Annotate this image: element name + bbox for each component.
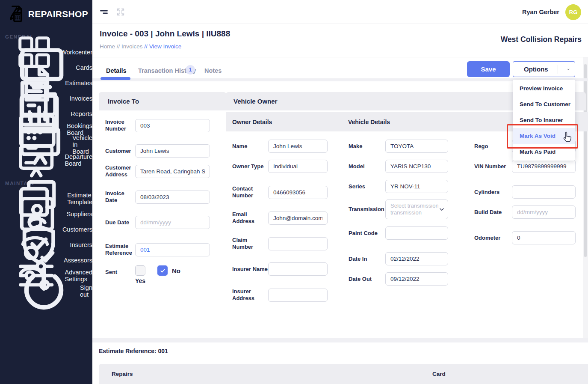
app-logo[interactable]: REPAIRSHOP: [0, 0, 92, 28]
options-button-divider: [558, 65, 558, 74]
owner-details-title: Owner Details: [232, 119, 272, 125]
email-address-input[interactable]: [268, 211, 328, 225]
sidebar-item-label: Estimates: [65, 80, 92, 86]
vehicle-details-title: Vehicle Details: [348, 119, 390, 125]
tab-details[interactable]: Details: [106, 67, 127, 74]
breadcrumb-home[interactable]: Home: [100, 43, 115, 50]
sidebar-item-departure-board[interactable]: Departure Board: [0, 152, 92, 168]
owner-details-header: Owner Details: [226, 112, 339, 131]
user-menu[interactable]: Ryan Gerber RG: [522, 0, 581, 24]
estimate-reference-input[interactable]: [135, 243, 210, 256]
model-input[interactable]: [385, 160, 448, 173]
sent-label: Sent: [105, 269, 117, 276]
chevron-down-icon: [562, 65, 570, 73]
build-date-input[interactable]: [512, 205, 576, 219]
sidebar-item-label: Invoices: [70, 95, 92, 102]
user-name: Ryan Gerber: [522, 9, 559, 15]
tab-notes[interactable]: Notes: [204, 67, 222, 74]
transmission-placeholder: transmission: [390, 209, 438, 216]
sidebar-item-label: Cards: [76, 64, 92, 71]
header-divider: [92, 57, 588, 57]
main-area: Ryan Gerber RG Invoice - 003 | John Lewi…: [92, 0, 588, 384]
menu-item-mark-as-void[interactable]: Mark As Void: [513, 128, 575, 144]
estimate-reference-label: Estimate Reference: [105, 243, 135, 256]
sidebar-item-label: Suppliers: [67, 211, 92, 217]
make-label: Make: [349, 143, 385, 150]
menu-item-preview-invoice[interactable]: Preview Invoice: [513, 80, 575, 96]
menu-item-send-to-customer[interactable]: Send To Customer: [513, 96, 575, 112]
sidebar-item-sign-out[interactable]: Sign out: [0, 283, 92, 299]
date-in-label: Date In: [349, 256, 385, 262]
transmission-select[interactable]: Select transmission transmission: [385, 199, 448, 219]
company-name: West Collision Repairs: [501, 35, 582, 44]
due-date-input[interactable]: [135, 216, 210, 229]
chevron-down-icon: [438, 206, 445, 213]
name-label: Name: [232, 143, 268, 150]
section-gap: [92, 338, 588, 342]
transmission-placeholder: Select transmission: [390, 202, 438, 209]
sidebar-item-label: Reports: [71, 110, 92, 117]
vin-number-label: VIN Number: [474, 163, 512, 170]
avatar[interactable]: RG: [565, 4, 581, 20]
sidebar-item-label: Sign out: [80, 284, 92, 298]
contact-number-input[interactable]: [268, 186, 328, 199]
customer-address-input[interactable]: [135, 165, 210, 178]
menu-item-send-to-insurer[interactable]: Send To Insurer: [513, 112, 575, 128]
repairs-title: Repairs: [112, 371, 133, 377]
vin-number-input[interactable]: [512, 160, 576, 173]
repairs-panel-header: Repairs: [99, 364, 431, 384]
cylinders-label: Cylinders: [474, 189, 512, 196]
customer-address-label: Customer Address: [105, 164, 135, 178]
estimate-reference-heading: Estimate Reference: 001: [99, 348, 168, 354]
invoice-number-input[interactable]: [135, 119, 210, 132]
page: REPAIRSHOP GENERAL Workcenter Cards Esti…: [0, 0, 588, 384]
app-logo-text: REPAIRSHOP: [28, 9, 88, 19]
breadcrumb-invoices[interactable]: Invoices: [121, 43, 143, 50]
paint-code-input[interactable]: [385, 226, 448, 240]
customer-input[interactable]: [135, 144, 210, 158]
check-icon: [160, 268, 166, 274]
menu-item-mark-as-paid[interactable]: Mark As Paid: [513, 144, 575, 160]
options-button-label: Options: [513, 65, 548, 73]
save-button[interactable]: Save: [467, 61, 510, 77]
sidebar-item-label: Estimate Template: [67, 192, 92, 205]
customer-label: Customer: [105, 148, 135, 155]
owner-type-input[interactable]: [268, 160, 328, 173]
sidebar-item-label: Insurers: [70, 241, 92, 248]
sent-yes-checkbox[interactable]: [135, 265, 145, 276]
date-in-input[interactable]: [385, 252, 448, 265]
contact-number-label: Contact Number: [232, 185, 268, 199]
insurer-address-input[interactable]: [268, 289, 328, 302]
transmission-label: Transmission: [349, 206, 385, 213]
invoice-date-input[interactable]: [135, 191, 210, 204]
sent-yes-caption: Yes: [135, 277, 145, 284]
odometer-label: Odometer: [474, 235, 512, 241]
date-out-label: Date Out: [349, 276, 385, 283]
name-input[interactable]: [268, 140, 328, 153]
expand-icon[interactable]: [116, 7, 125, 17]
transaction-history-badge: 1: [186, 65, 195, 74]
menu-toggle-icon[interactable]: [99, 7, 109, 17]
sent-no-caption: No: [172, 267, 180, 274]
insurer-address-label: Insurer Address: [232, 288, 268, 302]
page-title: Invoice - 003 | John Lewis | IIU888: [100, 29, 230, 39]
claim-number-input[interactable]: [268, 237, 328, 250]
options-button[interactable]: Options: [513, 61, 575, 77]
claim-number-label: Claim Number: [232, 237, 268, 250]
odometer-input[interactable]: [512, 231, 576, 244]
sidebar-item-label: Departure Board: [65, 153, 92, 167]
sent-no-checkbox[interactable]: [157, 265, 168, 276]
cylinders-input[interactable]: [512, 185, 576, 199]
breadcrumb-current[interactable]: View Invoice: [149, 43, 182, 50]
sidebar: REPAIRSHOP GENERAL Workcenter Cards Esti…: [0, 0, 92, 384]
breadcrumb-separator: //: [117, 43, 120, 50]
make-input[interactable]: [385, 140, 448, 153]
date-out-input[interactable]: [385, 272, 448, 286]
active-tab-underline: [100, 77, 130, 80]
series-input[interactable]: [385, 180, 448, 193]
insurer-name-input[interactable]: [268, 262, 328, 276]
invoice-date-label: Invoice Date: [105, 190, 135, 204]
breadcrumb: Home // Invoices // View Invoice: [100, 43, 181, 50]
insurer-name-label: Insurer Name: [232, 266, 268, 273]
sidebar-item-label: Customers: [62, 226, 92, 233]
